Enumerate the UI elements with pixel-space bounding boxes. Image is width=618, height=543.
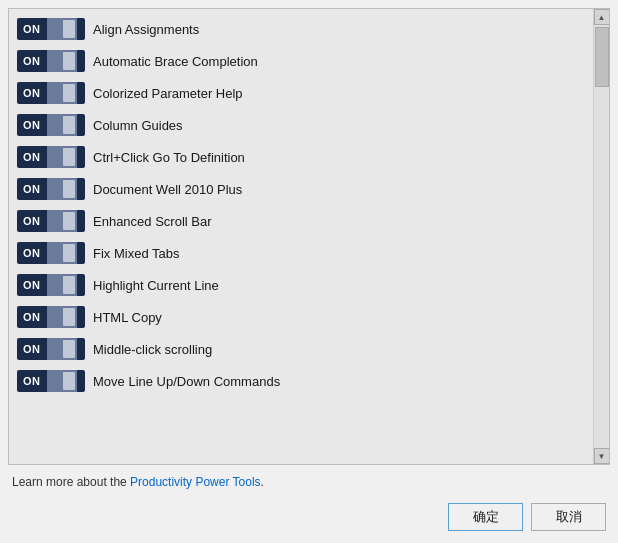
toggle-button[interactable]: ON <box>17 242 85 264</box>
item-label: Move Line Up/Down Commands <box>93 374 280 389</box>
list-item: ONAutomatic Brace Completion <box>9 45 593 77</box>
toggle-track <box>47 338 77 360</box>
toggle-on-label: ON <box>17 373 47 389</box>
toggle-thumb <box>63 308 75 326</box>
toggle-on-label: ON <box>17 85 47 101</box>
item-label: Align Assignments <box>93 22 199 37</box>
toggle-thumb <box>63 372 75 390</box>
toggle-button[interactable]: ON <box>17 82 85 104</box>
list-item: ONEnhanced Scroll Bar <box>9 205 593 237</box>
toggle-button[interactable]: ON <box>17 18 85 40</box>
toggle-button[interactable]: ON <box>17 114 85 136</box>
toggle-button[interactable]: ON <box>17 210 85 232</box>
list-area: ONAlign AssignmentsONAutomatic Brace Com… <box>8 8 610 465</box>
item-label: Colorized Parameter Help <box>93 86 243 101</box>
list-item: ONHighlight Current Line <box>9 269 593 301</box>
toggle-track <box>47 146 77 168</box>
confirm-button[interactable]: 确定 <box>448 503 523 531</box>
toggle-track <box>47 242 77 264</box>
list-item: ONCtrl+Click Go To Definition <box>9 141 593 173</box>
toggle-track <box>47 306 77 328</box>
toggle-track <box>47 274 77 296</box>
toggle-on-label: ON <box>17 309 47 325</box>
item-label: Highlight Current Line <box>93 278 219 293</box>
toggle-track <box>47 178 77 200</box>
toggle-thumb <box>63 244 75 262</box>
toggle-thumb <box>63 148 75 166</box>
toggle-button[interactable]: ON <box>17 178 85 200</box>
item-label: Ctrl+Click Go To Definition <box>93 150 245 165</box>
list-item: ONDocument Well 2010 Plus <box>9 173 593 205</box>
scrollbar-up-arrow[interactable]: ▲ <box>594 9 610 25</box>
toggle-thumb <box>63 340 75 358</box>
item-label: Fix Mixed Tabs <box>93 246 179 261</box>
list-item: ONColumn Guides <box>9 109 593 141</box>
toggle-track <box>47 82 77 104</box>
toggle-on-label: ON <box>17 181 47 197</box>
list-item: ONColorized Parameter Help <box>9 77 593 109</box>
list-content: ONAlign AssignmentsONAutomatic Brace Com… <box>9 9 593 464</box>
footer-text: Learn more about the Productivity Power … <box>8 473 610 491</box>
item-label: Column Guides <box>93 118 183 133</box>
item-label: HTML Copy <box>93 310 162 325</box>
list-item: ONFix Mixed Tabs <box>9 237 593 269</box>
toggle-button[interactable]: ON <box>17 370 85 392</box>
toggle-button[interactable]: ON <box>17 338 85 360</box>
toggle-on-label: ON <box>17 277 47 293</box>
toggle-button[interactable]: ON <box>17 306 85 328</box>
toggle-track <box>47 210 77 232</box>
item-label: Enhanced Scroll Bar <box>93 214 212 229</box>
toggle-thumb <box>63 116 75 134</box>
toggle-on-label: ON <box>17 245 47 261</box>
list-item: ONHTML Copy <box>9 301 593 333</box>
list-item: ONMove Line Up/Down Commands <box>9 365 593 397</box>
toggle-on-label: ON <box>17 53 47 69</box>
toggle-thumb <box>63 180 75 198</box>
cancel-button[interactable]: 取消 <box>531 503 606 531</box>
scrollbar-down-arrow[interactable]: ▼ <box>594 448 610 464</box>
toggle-track <box>47 50 77 72</box>
list-item: ONAlign Assignments <box>9 13 593 45</box>
productivity-power-tools-link[interactable]: Productivity Power Tools <box>130 475 261 489</box>
main-container: ONAlign AssignmentsONAutomatic Brace Com… <box>0 0 618 543</box>
toggle-on-label: ON <box>17 213 47 229</box>
footer-suffix: . <box>261 475 264 489</box>
item-label: Document Well 2010 Plus <box>93 182 242 197</box>
toggle-track <box>47 370 77 392</box>
toggle-on-label: ON <box>17 21 47 37</box>
toggle-on-label: ON <box>17 117 47 133</box>
item-label: Middle-click scrolling <box>93 342 212 357</box>
item-label: Automatic Brace Completion <box>93 54 258 69</box>
toggle-button[interactable]: ON <box>17 146 85 168</box>
toggle-on-label: ON <box>17 149 47 165</box>
toggle-on-label: ON <box>17 341 47 357</box>
toggle-button[interactable]: ON <box>17 50 85 72</box>
footer-prefix: Learn more about the <box>12 475 130 489</box>
toggle-thumb <box>63 212 75 230</box>
scrollbar-track: ▲ ▼ <box>593 9 609 464</box>
toggle-button[interactable]: ON <box>17 274 85 296</box>
toggle-track <box>47 18 77 40</box>
toggle-track <box>47 114 77 136</box>
toggle-thumb <box>63 276 75 294</box>
button-row: 确定 取消 <box>8 499 610 535</box>
list-item: ONMiddle-click scrolling <box>9 333 593 365</box>
toggle-thumb <box>63 84 75 102</box>
toggle-thumb <box>63 20 75 38</box>
toggle-thumb <box>63 52 75 70</box>
scrollbar-thumb[interactable] <box>595 27 609 87</box>
